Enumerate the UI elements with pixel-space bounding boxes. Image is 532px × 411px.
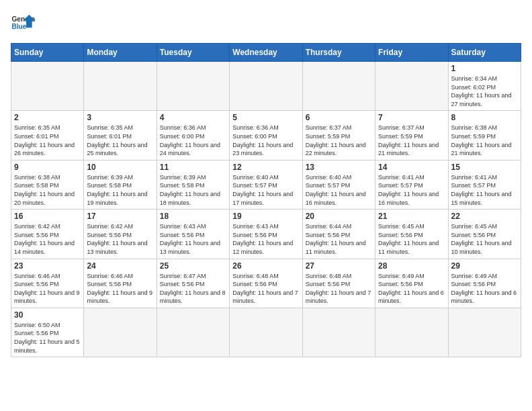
week-row-4: 16Sunrise: 6:42 AM Sunset: 5:56 PM Dayli… [11, 210, 521, 259]
day-number: 8 [451, 113, 518, 122]
day-info: Sunrise: 6:35 AM Sunset: 6:01 PM Dayligh… [87, 124, 153, 157]
day-info: Sunrise: 6:49 AM Sunset: 5:56 PM Dayligh… [451, 272, 518, 306]
calendar-cell: 4Sunrise: 6:36 AM Sunset: 6:00 PM Daylig… [157, 111, 229, 160]
day-info: Sunrise: 6:47 AM Sunset: 5:56 PM Dayligh… [160, 272, 226, 306]
calendar-cell: 17Sunrise: 6:42 AM Sunset: 5:56 PM Dayli… [84, 210, 157, 259]
calendar-cell: 18Sunrise: 6:43 AM Sunset: 5:56 PM Dayli… [157, 210, 229, 259]
calendar-cell [11, 62, 84, 111]
day-number: 19 [232, 212, 299, 221]
day-info: Sunrise: 6:41 AM Sunset: 5:57 PM Dayligh… [378, 173, 445, 207]
day-info: Sunrise: 6:46 AM Sunset: 5:56 PM Dayligh… [14, 272, 81, 306]
calendar-cell: 9Sunrise: 6:38 AM Sunset: 5:58 PM Daylig… [11, 160, 84, 209]
calendar-cell [230, 62, 302, 111]
calendar-cell [157, 308, 229, 357]
day-info: Sunrise: 6:39 AM Sunset: 5:58 PM Dayligh… [160, 173, 226, 207]
day-number: 26 [232, 261, 299, 271]
calendar-cell: 14Sunrise: 6:41 AM Sunset: 5:57 PM Dayli… [375, 160, 448, 209]
day-number: 1 [451, 64, 518, 73]
weekday-header-monday: Monday [84, 44, 157, 62]
calendar-cell: 8Sunrise: 6:38 AM Sunset: 5:59 PM Daylig… [448, 111, 521, 160]
day-info: Sunrise: 6:45 AM Sunset: 5:56 PM Dayligh… [378, 222, 445, 256]
day-info: Sunrise: 6:37 AM Sunset: 5:59 PM Dayligh… [306, 124, 372, 157]
day-info: Sunrise: 6:36 AM Sunset: 6:00 PM Dayligh… [232, 124, 299, 157]
day-number: 20 [306, 212, 372, 221]
day-number: 3 [87, 113, 153, 122]
week-row-5: 23Sunrise: 6:46 AM Sunset: 5:56 PM Dayli… [11, 259, 521, 308]
day-info: Sunrise: 6:50 AM Sunset: 5:56 PM Dayligh… [14, 321, 81, 355]
calendar-cell: 28Sunrise: 6:49 AM Sunset: 5:56 PM Dayli… [375, 259, 448, 308]
calendar-cell [448, 308, 521, 357]
calendar-cell: 1Sunrise: 6:34 AM Sunset: 6:02 PM Daylig… [448, 62, 521, 111]
day-info: Sunrise: 6:35 AM Sunset: 6:01 PM Dayligh… [14, 124, 81, 157]
day-number: 30 [14, 310, 81, 320]
day-info: Sunrise: 6:40 AM Sunset: 5:57 PM Dayligh… [306, 173, 372, 207]
day-number: 25 [160, 261, 226, 271]
day-number: 12 [232, 163, 299, 172]
weekday-header-wednesday: Wednesday [230, 44, 302, 62]
day-info: Sunrise: 6:37 AM Sunset: 5:59 PM Dayligh… [378, 124, 445, 157]
calendar-cell: 26Sunrise: 6:48 AM Sunset: 5:56 PM Dayli… [230, 259, 302, 308]
calendar-cell: 19Sunrise: 6:43 AM Sunset: 5:56 PM Dayli… [230, 210, 302, 259]
day-number: 24 [87, 261, 153, 271]
day-info: Sunrise: 6:43 AM Sunset: 5:56 PM Dayligh… [232, 222, 299, 256]
calendar-cell [375, 308, 448, 357]
day-info: Sunrise: 6:49 AM Sunset: 5:56 PM Dayligh… [378, 272, 445, 306]
week-row-3: 9Sunrise: 6:38 AM Sunset: 5:58 PM Daylig… [11, 160, 521, 209]
day-info: Sunrise: 6:45 AM Sunset: 5:56 PM Dayligh… [451, 222, 518, 256]
day-info: Sunrise: 6:43 AM Sunset: 5:56 PM Dayligh… [160, 222, 226, 256]
calendar-cell [302, 62, 375, 111]
day-info: Sunrise: 6:42 AM Sunset: 5:56 PM Dayligh… [14, 222, 81, 256]
day-number: 17 [87, 212, 153, 221]
week-row-1: 1Sunrise: 6:34 AM Sunset: 6:02 PM Daylig… [11, 62, 521, 111]
calendar-cell: 24Sunrise: 6:46 AM Sunset: 5:56 PM Dayli… [84, 259, 157, 308]
day-number: 18 [160, 212, 226, 221]
day-number: 15 [451, 163, 518, 172]
day-number: 29 [451, 261, 518, 271]
calendar-cell: 5Sunrise: 6:36 AM Sunset: 6:00 PM Daylig… [230, 111, 302, 160]
day-number: 13 [306, 163, 372, 172]
day-info: Sunrise: 6:34 AM Sunset: 6:02 PM Dayligh… [451, 75, 518, 108]
day-number: 23 [14, 261, 81, 271]
calendar-cell: 6Sunrise: 6:37 AM Sunset: 5:59 PM Daylig… [302, 111, 375, 160]
calendar-cell [84, 62, 157, 111]
day-info: Sunrise: 6:48 AM Sunset: 5:56 PM Dayligh… [306, 272, 372, 306]
calendar-cell: 3Sunrise: 6:35 AM Sunset: 6:01 PM Daylig… [84, 111, 157, 160]
day-number: 21 [378, 212, 445, 221]
day-number: 6 [306, 113, 372, 122]
calendar-cell: 27Sunrise: 6:48 AM Sunset: 5:56 PM Dayli… [302, 259, 375, 308]
calendar-cell [84, 308, 157, 357]
day-number: 27 [306, 261, 372, 271]
day-number: 7 [378, 113, 445, 122]
day-number: 4 [160, 113, 226, 122]
weekday-header-saturday: Saturday [448, 44, 521, 62]
calendar-cell: 7Sunrise: 6:37 AM Sunset: 5:59 PM Daylig… [375, 111, 448, 160]
calendar-cell: 15Sunrise: 6:41 AM Sunset: 5:57 PM Dayli… [448, 160, 521, 209]
day-info: Sunrise: 6:46 AM Sunset: 5:56 PM Dayligh… [87, 272, 153, 306]
day-number: 10 [87, 163, 153, 172]
calendar-cell: 13Sunrise: 6:40 AM Sunset: 5:57 PM Dayli… [302, 160, 375, 209]
week-row-6: 30Sunrise: 6:50 AM Sunset: 5:56 PM Dayli… [11, 308, 521, 357]
day-number: 28 [378, 261, 445, 271]
weekday-header-thursday: Thursday [302, 44, 375, 62]
calendar-cell: 16Sunrise: 6:42 AM Sunset: 5:56 PM Dayli… [11, 210, 84, 259]
calendar-cell: 22Sunrise: 6:45 AM Sunset: 5:56 PM Dayli… [448, 210, 521, 259]
calendar-cell: 20Sunrise: 6:44 AM Sunset: 5:56 PM Dayli… [302, 210, 375, 259]
calendar-cell: 25Sunrise: 6:47 AM Sunset: 5:56 PM Dayli… [157, 259, 229, 308]
calendar-cell: 11Sunrise: 6:39 AM Sunset: 5:58 PM Dayli… [157, 160, 229, 209]
day-number: 11 [160, 163, 226, 172]
day-number: 9 [14, 163, 81, 172]
calendar-cell: 12Sunrise: 6:40 AM Sunset: 5:57 PM Dayli… [230, 160, 302, 209]
day-info: Sunrise: 6:38 AM Sunset: 5:58 PM Dayligh… [14, 173, 81, 207]
week-row-2: 2Sunrise: 6:35 AM Sunset: 6:01 PM Daylig… [11, 111, 521, 160]
weekday-header-friday: Friday [375, 44, 448, 62]
day-info: Sunrise: 6:42 AM Sunset: 5:56 PM Dayligh… [87, 222, 153, 256]
calendar-cell: 2Sunrise: 6:35 AM Sunset: 6:01 PM Daylig… [11, 111, 84, 160]
header: General Blue [11, 11, 521, 35]
day-info: Sunrise: 6:41 AM Sunset: 5:57 PM Dayligh… [451, 173, 518, 207]
calendar: SundayMondayTuesdayWednesdayThursdayFrid… [11, 43, 521, 357]
calendar-cell [375, 62, 448, 111]
weekday-header-sunday: Sunday [11, 44, 84, 62]
calendar-cell [157, 62, 229, 111]
day-number: 22 [451, 212, 518, 221]
calendar-cell: 29Sunrise: 6:49 AM Sunset: 5:56 PM Dayli… [448, 259, 521, 308]
